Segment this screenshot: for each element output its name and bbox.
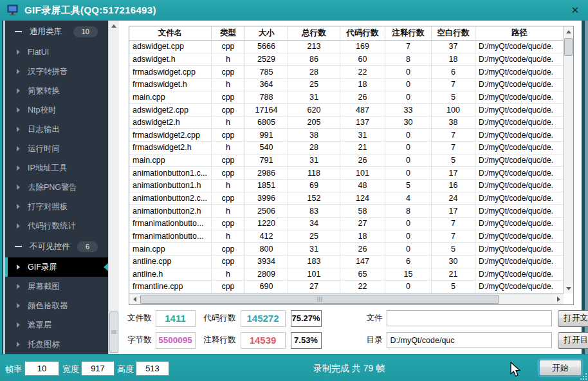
cell: h: [212, 205, 245, 217]
sidebar-item-gif-record[interactable]: GIF录屏: [5, 257, 108, 277]
cell: D:/myQt/code/quc/de.: [475, 192, 564, 205]
scroll-up-icon[interactable]: [564, 26, 573, 37]
cell: 137: [340, 116, 385, 129]
cell: 147: [340, 256, 385, 268]
height-input[interactable]: [136, 361, 169, 376]
start-button[interactable]: 开始: [539, 360, 582, 376]
cell: h: [212, 268, 245, 281]
sidebar-item-label: 打字对照板: [28, 201, 68, 212]
sidebar-item-label: 日志输出: [28, 124, 60, 135]
sidebar-item-ntp-time[interactable]: Ntp校时: [5, 100, 108, 120]
column-header[interactable]: 代码行数: [340, 26, 385, 40]
table-row[interactable]: animationbutton1.c...cpp2986118101017D:/…: [129, 167, 564, 180]
sidebar-item-mask-layer[interactable]: 遮罩层: [5, 315, 108, 335]
cell: 2529: [245, 53, 288, 66]
table-row[interactable]: animationbutton2.c...cpp3996152124424D:/…: [129, 192, 564, 205]
column-header[interactable]: 大小: [245, 26, 288, 40]
cell: 0: [385, 218, 432, 230]
table-row[interactable]: frmadswidget2.cppcpp991383107D:/myQt/cod…: [129, 129, 564, 142]
width-input[interactable]: [81, 361, 115, 376]
open-file-button[interactable]: 打开文件: [558, 310, 588, 327]
resize-grip-icon[interactable]: [580, 373, 587, 380]
sidebar-item-code-line-count[interactable]: 代码行数统计: [5, 216, 108, 236]
directory-path-input[interactable]: [387, 332, 552, 348]
cell: D:/myQt/code/quc/de.: [475, 104, 564, 116]
monitor-icon: [6, 4, 19, 17]
sidebar-item-screenshot[interactable]: 屏幕截图: [5, 277, 108, 296]
table-row[interactable]: adswidget.hh25298660818D:/myQt/code/quc/…: [129, 53, 564, 66]
cell: cpp: [212, 66, 245, 78]
table-horizontal-scrollbar[interactable]: [129, 293, 564, 304]
sidebar-scrollbar-thumb[interactable]: [109, 311, 118, 353]
cell: cpp: [212, 129, 245, 141]
cell: 26: [340, 154, 385, 167]
cell: main.cpp: [129, 91, 212, 104]
table-row[interactable]: main.cppcpp791312605D:/myQt/code/quc/de.: [129, 154, 564, 167]
scroll-down-icon[interactable]: [564, 283, 573, 293]
count-badge: 6: [77, 241, 98, 252]
cell: 60: [340, 53, 385, 66]
chevron-right-icon: [17, 322, 20, 328]
cell: D:/myQt/code/quc/de.: [475, 243, 564, 255]
table-row[interactable]: frmadswidget.hh364251807D:/myQt/code/quc…: [129, 79, 564, 91]
table-row[interactable]: adswidget2.hh68052051373038D:/myQt/code/…: [129, 116, 564, 129]
scroll-up-icon[interactable]: [109, 21, 119, 31]
sidebar-scrollbar[interactable]: [108, 21, 119, 354]
sidebar-item-simplified-traditional[interactable]: 简繁转换: [5, 81, 108, 100]
column-header[interactable]: 空白行数: [432, 26, 475, 40]
table-row[interactable]: antline.cppcpp3934183147630D:/myQt/code/…: [129, 256, 564, 268]
table-row[interactable]: adswidget2.cppcpp1716462048733100D:/myQt…: [129, 104, 564, 116]
table-row[interactable]: main.cppcpp800312605D:/myQt/code/quc/de.: [129, 243, 564, 256]
table-row[interactable]: frmanimationbutto...cpp1220342707D:/myQt…: [129, 218, 564, 230]
sidebar-item-run-time[interactable]: 运行时间: [5, 139, 108, 158]
table-row[interactable]: frmadswidget.cppcpp785282206D:/myQt/code…: [129, 66, 564, 79]
sidebar-item-hanzi-to-pinyin[interactable]: 汉字转拼音: [5, 62, 108, 81]
table-row[interactable]: frmantline.cppcpp690272205D:/myQt/code/q…: [129, 281, 564, 293]
cell: 31: [288, 91, 340, 104]
table-vscroll-thumb[interactable]: [564, 38, 573, 56]
sidebar-item-tray-icon[interactable]: 托盘图标: [5, 335, 108, 354]
table-hscroll-thumb[interactable]: [140, 295, 499, 304]
table-row[interactable]: animationbutton1.hh18516948516D:/myQt/co…: [129, 180, 564, 192]
cell: 69: [288, 180, 340, 192]
cell: animationbutton2.h: [129, 205, 212, 217]
sidebar-item-label: Ntp校时: [28, 105, 56, 116]
cell: 6: [385, 256, 432, 268]
file-path-input[interactable]: [387, 310, 552, 326]
sidebar-item-remove-png-warning[interactable]: 去除PNG警告: [5, 178, 108, 197]
table-row[interactable]: adswidget.cppcpp5666213169737D:/myQt/cod…: [129, 41, 564, 53]
table-row[interactable]: animationbutton2.hh25068358817D:/myQt/co…: [129, 205, 564, 218]
table-vertical-scrollbar[interactable]: [563, 26, 573, 293]
collapse-minus-icon: [15, 31, 22, 32]
cell: 2986: [245, 167, 288, 179]
table-row[interactable]: frmanimationbutto...h412251807D:/myQt/co…: [129, 230, 564, 243]
cell: D:/myQt/code/quc/de.: [475, 142, 564, 154]
cell: 5: [432, 281, 475, 293]
cell: 0: [385, 243, 432, 255]
cell: 800: [245, 243, 288, 255]
column-header[interactable]: 注释行数: [385, 26, 432, 40]
sidebar-item-group-common-lib[interactable]: 通用类库10: [5, 21, 108, 42]
column-header[interactable]: 类型: [212, 26, 245, 40]
fps-input[interactable]: [24, 361, 59, 376]
sidebar-item-typing-board[interactable]: 打字对照板: [5, 197, 108, 216]
table-row[interactable]: antline.hh2809101651521D:/myQt/code/quc/…: [129, 268, 564, 281]
scroll-right-icon[interactable]: [553, 294, 564, 304]
column-header[interactable]: 总行数: [288, 26, 340, 40]
sidebar-item-flatui[interactable]: FlatUI: [5, 42, 108, 62]
sidebar-item-log-output[interactable]: 日志输出: [5, 120, 108, 139]
column-header[interactable]: 文件名: [129, 26, 212, 40]
cell: 0: [385, 230, 432, 243]
column-header[interactable]: 路径: [475, 26, 564, 40]
cell: 5: [432, 91, 475, 104]
cell: animationbutton1.h: [129, 180, 212, 192]
open-directory-button[interactable]: 打开目录: [558, 332, 588, 349]
sidebar-item-group-invisible-widgets[interactable]: 不可见控件6: [5, 236, 108, 257]
scroll-left-icon[interactable]: [129, 294, 140, 304]
sidebar-item-color-picker[interactable]: 颜色拾取器: [5, 296, 108, 315]
table-row[interactable]: main.cppcpp788312605D:/myQt/code/quc/de.: [129, 91, 564, 104]
sidebar-item-ip-tool[interactable]: IP地址工具: [5, 158, 108, 178]
close-icon[interactable]: ✕: [569, 4, 582, 17]
cell: 183: [288, 256, 340, 268]
table-row[interactable]: frmadswidget2.hh540282107D:/myQt/code/qu…: [129, 142, 564, 154]
